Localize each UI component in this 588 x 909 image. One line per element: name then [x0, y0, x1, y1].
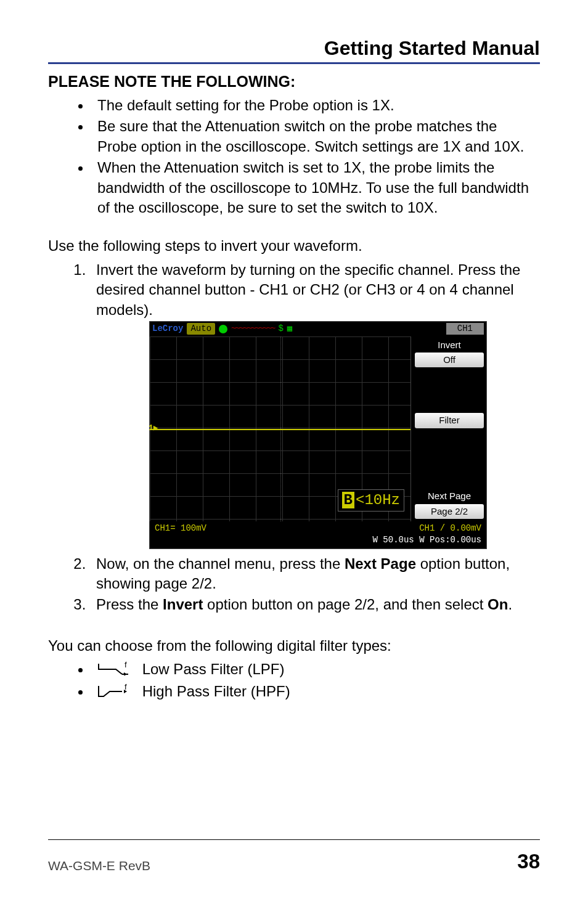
bandwidth-readout: B<10Hz: [338, 489, 404, 512]
footer-rule: [48, 839, 540, 840]
scope-trigger-readout: CH1 / 0.00mV: [419, 523, 481, 533]
step3-pre: Press the: [96, 596, 163, 613]
step3-bold2: On: [488, 596, 508, 613]
filter-lpf-label: Low Pass Filter (LPF): [142, 661, 285, 677]
svg-text:f: f: [125, 662, 127, 669]
note-bullet-item: The default setting for the Probe option…: [91, 96, 540, 115]
note-heading: PLEASE NOTE THE FOLLOWING:: [48, 73, 540, 91]
waveform-trace: [150, 429, 410, 430]
scope-channel-header: CH1: [446, 323, 484, 335]
footer-doc-id: WA-GSM-E RevB: [48, 858, 150, 873]
invert-step-1-text: Invert the waveform by turning on the sp…: [96, 261, 520, 318]
filter-list: f Low Pass Filter (LPF) f High Pass Filt…: [48, 659, 540, 703]
bandwidth-value: <10Hz: [356, 492, 400, 508]
step2-pre: Now, on the channel menu, press the: [96, 555, 345, 572]
menu-invert-label: Invert: [415, 339, 484, 351]
page-number: 38: [517, 850, 540, 873]
scope-timebase-readout: W 50.0us W Pos:0.00us: [373, 535, 481, 545]
bandwidth-b-icon: B: [342, 492, 354, 508]
ready-indicator-icon: [219, 325, 227, 333]
filter-hpf-item: f High Pass Filter (HPF): [91, 682, 540, 703]
scope-status-bar: CH1= 100mV CH1 / 0.00mV W 50.0us W Pos:0…: [150, 521, 486, 548]
invert-step-2: Now, on the channel menu, press the Next…: [90, 554, 540, 594]
step3-bold1: Invert: [163, 596, 203, 613]
note-heading-text: PLEASE NOTE THE FOLLOWING: [48, 73, 290, 90]
oscilloscope-ui: LeCroy Auto ~~~~~~~~~~~ $ ▦ CH1 1▶: [149, 321, 487, 549]
step2-bold: Next Page: [345, 555, 416, 572]
waveform-preview-icon: ~~~~~~~~~~~: [231, 323, 274, 335]
hpf-icon: f: [97, 683, 134, 703]
printer-icon: ▦: [287, 323, 292, 335]
scope-grid: 1▶ B<10Hz: [150, 336, 411, 521]
scope-mode-badge: Auto: [187, 323, 215, 335]
note-bullet-list: The default setting for the Probe option…: [48, 96, 540, 218]
scope-voltsdiv: CH1= 100mV: [155, 523, 206, 546]
filter-lpf-item: f Low Pass Filter (LPF): [91, 659, 540, 680]
invert-step-1: Invert the waveform by turning on the sp…: [90, 260, 540, 549]
status-icon: $: [278, 323, 283, 335]
page-header-title: Getting Started Manual: [48, 37, 540, 60]
header-rule: [48, 62, 540, 64]
menu-nextpage-label: Next Page: [415, 490, 484, 502]
menu-filter-button[interactable]: Filter: [415, 413, 484, 428]
scope-topbar: LeCroy Auto ~~~~~~~~~~~ $ ▦ CH1: [150, 322, 486, 336]
note-bullet-item: Be sure that the Attenuation switch on t…: [91, 116, 540, 157]
filters-intro: You can choose from the following digita…: [48, 636, 540, 656]
menu-page-button[interactable]: Page 2/2: [415, 504, 484, 519]
scope-brand: LeCroy: [152, 323, 183, 335]
menu-invert-button[interactable]: Off: [415, 353, 484, 367]
filter-hpf-label: High Pass Filter (HPF): [142, 683, 290, 699]
step3-post: .: [508, 596, 512, 613]
lpf-icon: f: [97, 661, 134, 680]
scope-screenshot: LeCroy Auto ~~~~~~~~~~~ $ ▦ CH1 1▶: [96, 321, 540, 549]
note-heading-colon: :: [290, 73, 295, 90]
note-bullet-item: When the Attenuation switch is set to 1X…: [91, 158, 540, 218]
channel-marker: 1▶: [149, 423, 158, 434]
invert-steps: Invert the waveform by turning on the sp…: [48, 260, 540, 615]
scope-side-menu: Invert Off Filter Next Page Page 2/2: [411, 336, 486, 521]
invert-step-3: Press the Invert option button on page 2…: [90, 595, 540, 614]
invert-intro: Use the following steps to invert your w…: [48, 236, 540, 256]
step3-mid: option button on page 2/2, and then sele…: [203, 596, 488, 613]
